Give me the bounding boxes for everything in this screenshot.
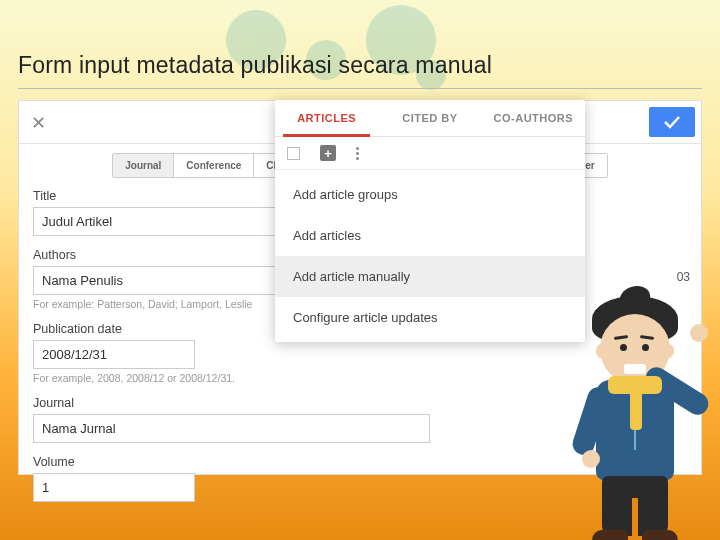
journal-input[interactable]: Nama Jurnal — [33, 414, 430, 443]
confirm-button[interactable] — [649, 107, 695, 137]
popup-tabs: ARTICLESCITED BYCO-AUTHORS — [275, 100, 585, 137]
background-text-fragment: 03 — [677, 270, 690, 284]
menu-add-article-groups[interactable]: Add article groups — [275, 174, 585, 215]
pubtype-conference[interactable]: Conference — [174, 154, 254, 177]
menu-add-article-manually[interactable]: Add article manually — [275, 256, 585, 297]
articles-popup: ARTICLESCITED BYCO-AUTHORS + Add article… — [275, 100, 585, 342]
tab-cited-by[interactable]: CITED BY — [378, 100, 481, 136]
tab-co-authors[interactable]: CO-AUTHORS — [482, 100, 585, 136]
pubdate-input[interactable]: 2008/12/31 — [33, 340, 195, 369]
more-icon[interactable] — [356, 147, 359, 160]
cartoon-character — [562, 286, 712, 540]
tab-articles[interactable]: ARTICLES — [275, 100, 378, 136]
popup-toolstrip: + — [275, 137, 585, 170]
menu-configure-article-updates[interactable]: Configure article updates — [275, 297, 585, 338]
select-all-checkbox[interactable] — [287, 147, 300, 160]
slide-heading: Form input metadata publikasi secara man… — [18, 52, 702, 79]
volume-input[interactable]: 1 — [33, 473, 195, 502]
add-icon[interactable]: + — [320, 145, 336, 161]
menu-add-articles[interactable]: Add articles — [275, 215, 585, 256]
close-icon[interactable]: ✕ — [31, 112, 46, 134]
add-menu: Add article groupsAdd articlesAdd articl… — [275, 170, 585, 342]
heading-underline — [18, 88, 702, 89]
pubtype-journal[interactable]: Journal — [113, 154, 174, 177]
